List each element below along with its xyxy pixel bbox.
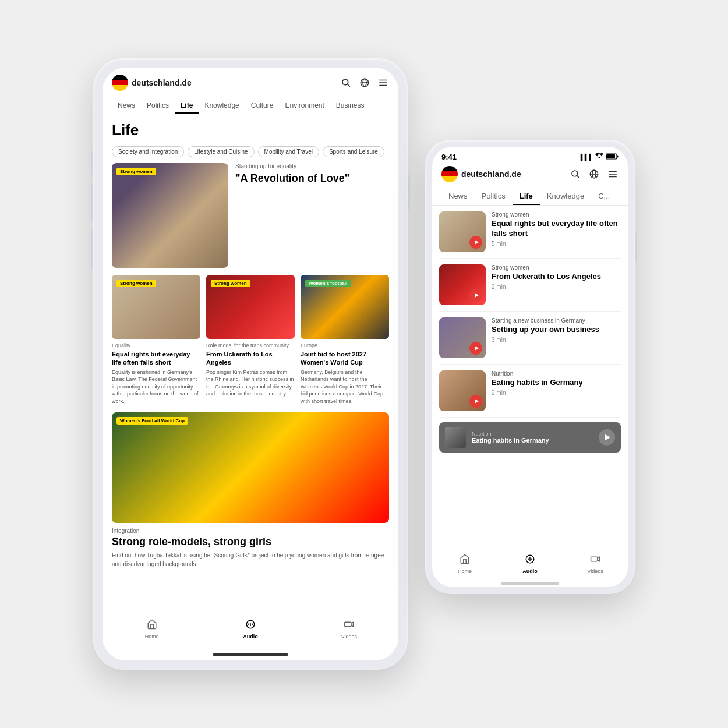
nav-tab-more-small[interactable]: C...	[591, 187, 617, 205]
search-icon[interactable]	[340, 77, 352, 89]
second-article-info: Integration Strong role-models, strong g…	[112, 528, 389, 568]
nav-tab-politics-small[interactable]: Politics	[475, 187, 513, 205]
article-grid: Strong women Equality Equal rights but e…	[103, 275, 398, 412]
status-icons: ▌▌▌	[581, 153, 619, 161]
bottom-tab-home-large[interactable]: Home	[103, 619, 201, 639]
article-info-3: Nutrition Eating habits in Germany 2 min	[492, 370, 621, 396]
article-meta-1: 2 min	[492, 284, 621, 290]
hero-article[interactable]: Strong women Standing up for equality "A…	[112, 163, 389, 268]
menu-icon[interactable]	[377, 77, 389, 89]
status-bar: 9:41 ▌▌▌	[432, 147, 628, 164]
article-item-0[interactable]: Strong women Equal rights but everyday l…	[439, 206, 621, 259]
grid-image-2: Women's football	[301, 275, 389, 339]
app-header-small: deutschland.de	[432, 164, 628, 187]
grid-desc-1: Pop singer Kim Petras comes from the Rhi…	[206, 369, 295, 398]
volume-up-button[interactable]	[91, 183, 93, 221]
logo-small: deutschland.de	[441, 166, 565, 182]
now-playing-bar[interactable]: Nutrition Eating habits in Germany	[439, 422, 621, 453]
videos-icon-small	[590, 554, 600, 567]
silent-button[interactable]	[91, 151, 93, 175]
nav-tab-life-small[interactable]: Life	[513, 187, 540, 205]
np-category: Nutrition	[472, 431, 593, 437]
nav-tab-life[interactable]: Life	[175, 98, 199, 114]
silent-button-small[interactable]	[423, 215, 425, 236]
content-scroll-small[interactable]: Strong women Equal rights but everyday l…	[432, 206, 628, 549]
play-btn-0[interactable]	[469, 236, 482, 249]
bottom-tab-home-small[interactable]: Home	[432, 554, 497, 574]
nav-tab-environment[interactable]: Environment	[279, 98, 330, 114]
nav-tab-politics[interactable]: Politics	[141, 98, 175, 114]
article-thumb-1	[439, 264, 486, 305]
svg-rect-11	[617, 156, 619, 158]
nav-tab-knowledge-small[interactable]: Knowledge	[540, 187, 591, 205]
volume-down-button[interactable]	[91, 230, 93, 268]
play-btn-3[interactable]	[469, 395, 482, 408]
home-indicator-small	[432, 584, 628, 587]
grid-label-1: Role model for the trans community	[206, 342, 295, 348]
svg-point-13	[572, 171, 578, 176]
grid-item-0[interactable]: Strong women Equality Equal rights but e…	[112, 275, 200, 405]
nav-tab-news-small[interactable]: News	[441, 187, 475, 205]
article-info-2: Starting a new business in Germany Setti…	[492, 317, 621, 343]
nav-tab-business[interactable]: Business	[330, 98, 370, 114]
article-thumb-2	[439, 317, 486, 358]
bottom-tab-videos-large[interactable]: Videos	[300, 619, 398, 639]
nav-tab-culture[interactable]: Culture	[245, 98, 280, 114]
menu-icon-small[interactable]	[607, 168, 619, 180]
svg-rect-22	[591, 557, 598, 561]
second-article-label: Integration	[112, 528, 389, 534]
article-item-3[interactable]: Nutrition Eating habits in Germany 2 min	[439, 365, 621, 418]
second-article[interactable]: Women's Football World Cup Integration S…	[112, 412, 389, 568]
search-icon-small[interactable]	[570, 168, 581, 180]
article-item-1[interactable]: Strong women From Uckerath to Los Angele…	[439, 259, 621, 312]
large-phone-screen: deutschland.de News Politics	[103, 68, 398, 660]
grid-item-1[interactable]: Strong women Role model for the trans co…	[206, 275, 295, 405]
nav-tab-news[interactable]: News	[112, 98, 141, 114]
globe-icon-small[interactable]	[588, 168, 600, 180]
bottom-tab-label-audio-small: Audio	[522, 568, 538, 574]
power-button[interactable]	[408, 175, 410, 210]
play-btn-1[interactable]	[469, 289, 482, 302]
article-item-2[interactable]: Starting a new business in Germany Setti…	[439, 312, 621, 365]
logo-text-small: deutschland.de	[461, 169, 521, 179]
bottom-bar-small: Home Audio Videos	[432, 549, 628, 584]
hero-image: Strong women	[112, 163, 228, 268]
article-meta-3: 2 min	[492, 390, 621, 396]
chip-sports[interactable]: Sports and Leisure	[323, 146, 384, 157]
article-thumb-3	[439, 370, 486, 411]
nav-tab-knowledge[interactable]: Knowledge	[199, 98, 245, 114]
article-title-1: From Uckerath to Los Angeles	[492, 272, 621, 282]
grid-label-2: Europe	[301, 342, 389, 348]
bottom-tab-label-home-large: Home	[145, 634, 159, 639]
chip-society[interactable]: Society and Integration	[112, 146, 184, 157]
small-phone-screen: 9:41 ▌▌▌ deutschland.de	[432, 147, 628, 587]
grid-item-2[interactable]: Women's football Europe Joint bid to hos…	[301, 275, 389, 405]
grid-title-2: Joint bid to host 2027 Women's World Cup	[301, 350, 389, 367]
power-button-small[interactable]	[635, 233, 637, 262]
grid-desc-2: Germany, Belgium and the Netherlands wan…	[301, 369, 389, 405]
home-icon-large	[147, 619, 157, 632]
chip-mobility[interactable]: Mobility and Travel	[258, 146, 319, 157]
second-article-img-fill	[112, 412, 389, 523]
chip-lifestyle[interactable]: Lifestyle and Cuisine	[188, 146, 254, 157]
article-thumb-0	[439, 211, 486, 252]
play-btn-2[interactable]	[469, 342, 482, 355]
nav-bar-large: News Politics Life Knowledge Culture Env…	[103, 96, 398, 114]
logo-flag-icon-small	[441, 166, 458, 182]
volume-up-button-small[interactable]	[423, 243, 425, 275]
home-pill-large	[213, 653, 288, 656]
np-info: Nutrition Eating habits in Germany	[472, 431, 593, 444]
np-play-button[interactable]	[599, 429, 615, 446]
page-title: Life	[112, 121, 389, 139]
globe-icon[interactable]	[359, 77, 370, 89]
article-info-1: Strong women From Uckerath to Los Angele…	[492, 264, 621, 290]
grid-tag-2: Women's football	[305, 280, 351, 287]
bottom-tab-videos-small[interactable]: Videos	[563, 554, 628, 574]
home-indicator-large	[103, 649, 398, 660]
content-scroll-large[interactable]: Strong women Standing up for equality "A…	[103, 163, 398, 614]
filter-chips: Society and Integration Lifestyle and Cu…	[103, 144, 398, 163]
grid-image-0: Strong women	[112, 275, 200, 339]
bottom-tab-audio-small[interactable]: Audio	[497, 554, 563, 574]
bottom-tab-audio-large[interactable]: Audio	[201, 619, 299, 639]
article-title-2: Setting up your own business	[492, 325, 621, 335]
